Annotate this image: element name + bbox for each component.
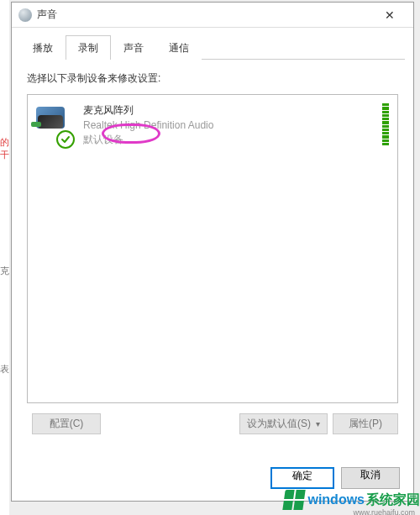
tab-recording[interactable]: 录制 [66,35,111,60]
watermark-brand1: windows [307,492,365,507]
close-icon: ✕ [385,8,395,22]
prompt-text: 选择以下录制设备来修改设置: [27,71,398,86]
device-name: 麦克风阵列 [83,103,389,118]
titlebar: 声音 ✕ [12,3,413,28]
configure-button[interactable]: 配置(C) [32,413,101,434]
side-text: 克 [0,265,9,277]
default-check-icon [56,130,75,149]
tab-communications[interactable]: 通信 [156,35,202,60]
tab-sounds[interactable]: 声音 [111,35,156,60]
tab-panel-recording: 选择以下录制设备来修改设置: 麦克风阵列 Realtek High Defini… [12,60,413,446]
side-text: 表 [0,363,9,376]
windows-logo-icon [283,490,306,510]
set-default-button[interactable]: 设为默认值(S) ▾ [239,413,328,434]
watermark: windows 系统家园 [284,490,420,510]
side-text: 的 干 [0,136,9,161]
sound-icon [18,8,32,22]
window-title: 声音 [37,8,373,22]
watermark-brand2: 系统家园 [366,491,420,509]
device-text: 麦克风阵列 Realtek High Definition Audio 默认设备 [75,103,389,147]
background-sliver: 的 干 克 表 [0,0,9,515]
device-icon-wrap [36,103,75,147]
level-meter [382,103,389,145]
properties-button[interactable]: 属性(P) [333,413,398,434]
tab-playback[interactable]: 播放 [20,35,66,60]
device-list[interactable]: 麦克风阵列 Realtek High Definition Audio 默认设备 [27,94,398,403]
microphone-icon [36,107,65,129]
device-item[interactable]: 麦克风阵列 Realtek High Definition Audio 默认设备 [28,95,397,154]
device-status: 默认设备 [83,133,123,147]
device-driver: Realtek High Definition Audio [83,119,389,131]
device-button-row: 配置(C) 设为默认值(S) ▾ 属性(P) [27,413,398,434]
sound-dialog: 声音 ✕ 播放 录制 声音 通信 选择以下录制设备来修改设置: 麦克风阵列 Re… [11,2,414,502]
watermark-url: www.ruehaifu.com [353,508,415,515]
close-button[interactable]: ✕ [373,3,407,27]
dialog-buttons: 确定 取消 [270,467,400,489]
ok-button[interactable]: 确定 [270,467,334,489]
tab-strip: 播放 录制 声音 通信 [20,38,405,60]
chevron-down-icon: ▾ [316,419,320,428]
cancel-button[interactable]: 取消 [341,467,400,489]
